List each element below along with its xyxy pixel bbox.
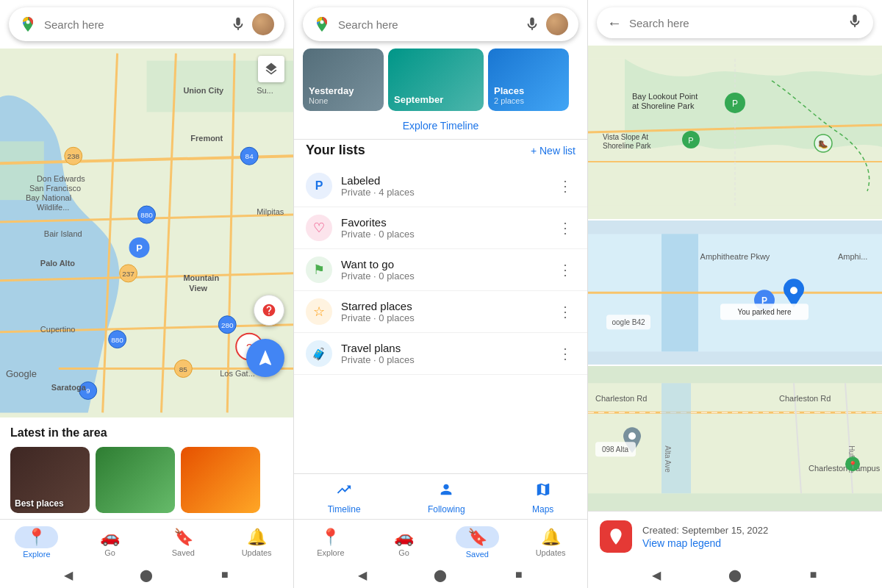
timeline-label-0: Yesterday (309, 85, 378, 96)
mid-user-avatar[interactable] (546, 13, 568, 35)
mid-tabs: Timeline Following Maps (294, 473, 587, 519)
mid-back-sys[interactable]: ◀ (354, 567, 370, 583)
map-layers-button[interactable] (258, 56, 284, 82)
left-nav-saved[interactable]: 🔖 Saved (147, 528, 220, 557)
tab-following-label: Following (428, 504, 465, 514)
left-system-nav: ◀ ⬤ ■ (0, 562, 293, 588)
svg-text:Bay National: Bay National (26, 193, 71, 202)
starred-more[interactable]: ⋮ (555, 300, 576, 323)
mid-bottom-nav: 📍 Explore 🚗 Go 🔖 Saved 🔔 Updates (294, 519, 587, 562)
labeled-more[interactable]: ⋮ (555, 174, 576, 198)
tab-following[interactable]: Following (428, 481, 465, 514)
favorites-icon: ♡ (306, 215, 332, 241)
right-map-bot[interactable]: Charleston Rd Charleston Rd Alta Ave Huf… (588, 366, 882, 511)
svg-point-70 (790, 287, 797, 294)
timeline-card-2[interactable]: Places 2 places (488, 49, 569, 111)
svg-text:Saratoga: Saratoga (51, 383, 87, 392)
right-search-bar[interactable]: ← (597, 7, 873, 38)
right-home-sys[interactable]: ⬤ (727, 567, 743, 583)
timeline-label-1: September (394, 94, 478, 105)
left-nav-go[interactable]: 🚗 Go (74, 528, 147, 557)
svg-text:Charleston Rd: Charleston Rd (779, 395, 831, 404)
left-recents-sys[interactable]: ■ (217, 567, 233, 583)
mid-system-nav: ◀ ⬤ ■ (294, 562, 587, 588)
favorites-name: Favorites (341, 216, 555, 229)
place-card-1[interactable] (96, 447, 175, 513)
svg-text:oogle B42: oogle B42 (612, 318, 645, 326)
svg-text:880: 880 (140, 211, 153, 219)
svg-point-0 (26, 21, 30, 24)
left-mic-icon[interactable] (230, 16, 246, 32)
left-back-sys[interactable]: ◀ (60, 567, 76, 583)
right-back-sys[interactable]: ◀ (648, 567, 664, 583)
svg-text:Don Edwards: Don Edwards (37, 174, 85, 183)
svg-text:238: 238 (67, 152, 79, 160)
mid-nav-go[interactable]: 🚗 Go (368, 528, 441, 557)
mid-recents-sys[interactable]: ■ (511, 567, 527, 583)
right-mic-icon[interactable] (847, 13, 863, 32)
list-item-wanttogo[interactable]: ⚑ Want to go Private · 0 places ⋮ (294, 249, 587, 291)
svg-text:P: P (136, 243, 143, 254)
right-search-input[interactable] (629, 17, 847, 29)
svg-text:Charleston Campus: Charleston Campus (808, 465, 881, 473)
left-search-input[interactable] (44, 18, 224, 31)
mid-search-input[interactable] (338, 18, 518, 31)
svg-point-47 (320, 21, 324, 24)
place-card-label-0: Best places (15, 498, 64, 509)
travel-name: Travel plans (341, 342, 555, 354)
left-home-sys[interactable]: ⬤ (138, 567, 154, 583)
left-nav-explore[interactable]: 📍 Explore (0, 526, 74, 559)
svg-text:You parked here: You parked here (737, 308, 791, 316)
wanttogo-more[interactable]: ⋮ (555, 258, 576, 282)
map-question-button[interactable] (254, 295, 284, 326)
svg-text:at Shoreline Park: at Shoreline Park (632, 101, 695, 110)
mid-nav-saved[interactable]: 🔖 Saved (441, 526, 514, 559)
svg-text:Shoreline Park: Shoreline Park (603, 142, 652, 150)
list-item-travel[interactable]: 🧳 Travel plans Private · 0 places ⋮ (294, 333, 587, 375)
tab-maps[interactable]: Maps (532, 481, 553, 514)
explore-timeline-link[interactable]: Explore Timeline (294, 115, 587, 139)
left-map-area[interactable]: 238 880 237 880 9 85 280 84 Union City S… (0, 49, 293, 417)
svg-text:Cupertino: Cupertino (40, 325, 76, 334)
svg-text:280: 280 (221, 321, 234, 329)
new-list-button[interactable]: + New list (531, 145, 576, 157)
left-user-avatar[interactable] (252, 13, 274, 35)
places-row: Best places (10, 447, 283, 513)
timeline-card-0[interactable]: Yesterday None (303, 49, 384, 111)
favorites-more[interactable]: ⋮ (555, 216, 576, 240)
svg-text:Palo Alto: Palo Alto (40, 259, 75, 268)
mid-search-bar[interactable] (303, 7, 578, 41)
right-panel: ← Bay Lookout Point at Shore (588, 0, 882, 588)
tab-maps-label: Maps (532, 504, 553, 514)
right-info-text: Created: September 15, 2022 View map leg… (642, 525, 768, 549)
view-legend-button[interactable]: View map legend (642, 537, 768, 549)
left-nav-updates[interactable]: 🔔 Updates (220, 528, 293, 557)
mid-nav-explore[interactable]: 📍 Explore (294, 528, 368, 557)
mid-nav-updates[interactable]: 🔔 Updates (514, 528, 587, 557)
list-item-labeled[interactable]: P Labeled Private · 4 places ⋮ (294, 165, 587, 207)
list-item-favorites[interactable]: ♡ Favorites Private · 0 places ⋮ (294, 207, 587, 249)
wanttogo-name: Want to go (341, 258, 555, 270)
mid-google-maps-icon (313, 15, 331, 33)
tab-timeline[interactable]: Timeline (328, 481, 361, 514)
mid-mic-icon[interactable] (524, 16, 540, 32)
left-search-bar[interactable] (9, 7, 284, 41)
right-map-top[interactable]: Bay Lookout Point at Shoreline Park Vist… (588, 46, 882, 220)
mid-home-sys[interactable]: ⬤ (432, 567, 448, 583)
place-card-0[interactable]: Best places (10, 447, 90, 513)
timeline-card-1[interactable]: September (388, 49, 484, 111)
timeline-tab-icon (336, 481, 352, 502)
svg-point-86 (628, 433, 636, 440)
right-info-card: Created: September 15, 2022 View map leg… (588, 511, 882, 562)
right-back-button[interactable]: ← (607, 15, 622, 32)
favorites-sub: Private · 0 places (341, 229, 555, 240)
right-map-mid[interactable]: Amphitheatre Pkwy Amphi... P You parked … (588, 220, 882, 367)
place-card-2[interactable] (181, 447, 260, 513)
list-item-starred[interactable]: ☆ Starred places Private · 0 places ⋮ (294, 291, 587, 333)
map-navigation-button[interactable] (246, 339, 284, 377)
svg-text:Bair Island: Bair Island (44, 229, 82, 238)
svg-text:9: 9 (86, 387, 90, 395)
following-tab-icon (438, 481, 454, 502)
right-recents-sys[interactable]: ■ (806, 567, 822, 583)
travel-more[interactable]: ⋮ (555, 342, 576, 365)
